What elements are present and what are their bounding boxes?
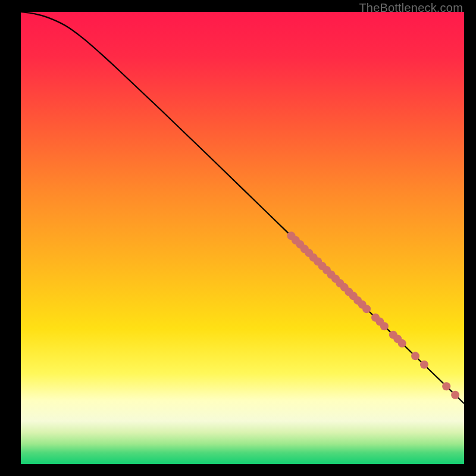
- chart-marker: [362, 305, 371, 313]
- chart-marker: [451, 391, 459, 399]
- chart-frame: [21, 12, 464, 464]
- chart-svg: [21, 12, 464, 464]
- chart-background: [21, 12, 464, 464]
- chart-marker: [411, 352, 419, 360]
- chart-marker: [380, 322, 389, 330]
- watermark-text: TheBottleneck.com: [359, 1, 463, 15]
- chart-marker: [398, 339, 406, 347]
- chart-marker: [442, 382, 450, 390]
- chart-marker: [420, 361, 428, 369]
